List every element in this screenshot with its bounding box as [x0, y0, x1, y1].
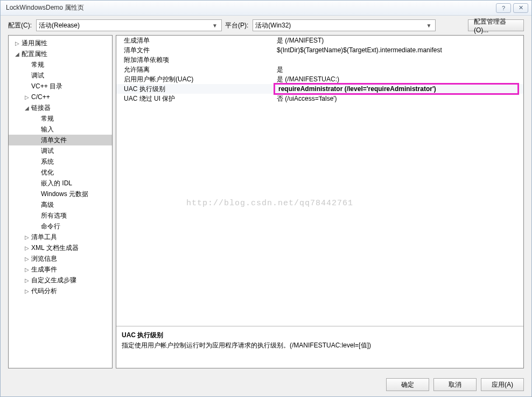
titlebar-buttons: ? ✕: [496, 3, 528, 13]
platform-label: 平台(P):: [225, 21, 248, 30]
tree-item[interactable]: 嵌入的 IDL: [9, 178, 112, 189]
tree-item[interactable]: ▷通用属性: [9, 38, 112, 48]
tree-item[interactable]: 常规: [9, 59, 112, 70]
cancel-button[interactable]: 取消: [433, 378, 477, 391]
tree-item[interactable]: ▷XML 文档生成器: [9, 242, 112, 253]
property-name: 清单文件: [116, 46, 274, 55]
tree-item[interactable]: 所有选项: [9, 210, 112, 221]
tree-item[interactable]: ▷浏览信息: [9, 253, 112, 264]
tree-item-label: 代码分析: [30, 287, 57, 296]
config-manager-button[interactable]: 配置管理器(O)...: [468, 19, 524, 31]
tree-item-label: 常规: [30, 60, 44, 69]
tree-item-label: 嵌入的 IDL: [40, 179, 72, 188]
tree-item[interactable]: 命令行: [9, 221, 112, 232]
description-panel: UAC 执行级别 指定使用用户帐户控制运行时为应用程序请求的执行级别。(/MAN…: [116, 326, 523, 368]
expand-icon[interactable]: ▷: [14, 40, 20, 46]
tree-item[interactable]: ▷代码分析: [9, 285, 112, 296]
tree-item[interactable]: VC++ 目录: [9, 81, 112, 92]
question-icon: ?: [502, 5, 505, 11]
property-value[interactable]: $(IntDir)$(TargetName)$(TargetExt).inter…: [274, 46, 523, 54]
tree-item-label: 配置属性: [20, 50, 47, 59]
property-row[interactable]: 允许隔离是: [116, 65, 523, 74]
expand-icon[interactable]: ▷: [24, 94, 30, 100]
main-area: ▷通用属性◢配置属性常规调试VC++ 目录▷C/C++◢链接器常规输入清单文件调…: [1, 35, 531, 373]
tree-item[interactable]: ▷生成事件: [9, 264, 112, 275]
tree-item-label: 调试: [30, 71, 44, 80]
watermark-text: http://blog.csdn.net/qq78442761: [186, 199, 353, 208]
tree-item[interactable]: ▷清单工具: [9, 232, 112, 242]
platform-combo-value: 活动(Win32): [255, 21, 424, 30]
expand-icon[interactable]: ▷: [24, 245, 30, 251]
property-row[interactable]: UAC 执行级别requireAdministrator (/level='re…: [116, 84, 523, 94]
right-panel: http://blog.csdn.net/qq78442761 生成清单是 (/…: [116, 35, 524, 368]
ok-button[interactable]: 确定: [386, 378, 429, 391]
property-name: 附加清单依赖项: [116, 55, 274, 65]
property-row[interactable]: 生成清单是 (/MANIFEST): [116, 36, 523, 45]
close-button[interactable]: ✕: [513, 3, 528, 13]
category-tree[interactable]: ▷通用属性◢配置属性常规调试VC++ 目录▷C/C++◢链接器常规输入清单文件调…: [8, 35, 113, 368]
expand-icon[interactable]: ▷: [24, 267, 30, 273]
help-button[interactable]: ?: [496, 3, 511, 13]
dialog-window: LockWindowsDemo 属性页 ? ✕ 配置(C): 活动(Releas…: [0, 0, 532, 397]
property-name: 允许隔离: [116, 65, 274, 74]
config-label: 配置(C):: [8, 21, 32, 30]
tree-item-label: 调试: [40, 147, 54, 156]
tree-item[interactable]: ◢链接器: [9, 102, 112, 113]
description-text: 指定使用用户帐户控制运行时为应用程序请求的执行级别。(/MANIFESTUAC:…: [122, 341, 518, 350]
property-grid[interactable]: http://blog.csdn.net/qq78442761 生成清单是 (/…: [116, 36, 523, 326]
property-row[interactable]: UAC 绕过 UI 保护否 (/uiAccess='false'): [116, 94, 523, 103]
tree-item-label: 通用属性: [20, 39, 47, 48]
footer: 确定 取消 应用(A): [1, 373, 531, 396]
expand-icon[interactable]: ▷: [24, 288, 30, 294]
property-row[interactable]: 清单文件$(IntDir)$(TargetName)$(TargetExt).i…: [116, 45, 523, 55]
description-title: UAC 执行级别: [122, 331, 518, 340]
config-combo[interactable]: 活动(Release) ▼: [36, 19, 222, 31]
tree-item-label: 高级: [40, 200, 54, 210]
platform-combo[interactable]: 活动(Win32) ▼: [253, 19, 436, 31]
property-value[interactable]: 是 (/MANIFESTUAC:): [274, 75, 523, 84]
tree-item[interactable]: 调试: [9, 70, 112, 81]
tree-item-label: C/C++: [30, 93, 50, 101]
expand-icon[interactable]: ▷: [24, 277, 30, 283]
tree-item[interactable]: 调试: [9, 145, 112, 156]
property-value[interactable]: requireAdministrator (/level='requireAdm…: [274, 83, 519, 95]
property-row[interactable]: 附加清单依赖项: [116, 55, 523, 65]
titlebar: LockWindowsDemo 属性页 ? ✕: [1, 1, 531, 16]
tree-item[interactable]: ▷自定义生成步骤: [9, 275, 112, 285]
collapse-icon[interactable]: ◢: [14, 51, 20, 57]
toolbar: 配置(C): 活动(Release) ▼ 平台(P): 活动(Win32) ▼ …: [1, 16, 531, 35]
tree-item[interactable]: ▷C/C++: [9, 92, 112, 102]
tree-item[interactable]: 清单文件: [9, 135, 112, 145]
expand-icon[interactable]: ▷: [24, 256, 30, 262]
tree-item-label: 链接器: [30, 103, 51, 113]
window-title: LockWindowsDemo 属性页: [4, 3, 496, 12]
tree-item-label: 所有选项: [40, 211, 67, 220]
chevron-down-icon: ▼: [424, 23, 433, 29]
tree-item-label: Windows 元数据: [40, 190, 88, 199]
property-name: 生成清单: [116, 36, 274, 45]
tree-item[interactable]: 系统: [9, 156, 112, 167]
property-value[interactable]: 否 (/uiAccess='false'): [274, 94, 523, 103]
tree-item[interactable]: 常规: [9, 113, 112, 124]
tree-item-label: 生成事件: [30, 265, 57, 274]
expand-icon[interactable]: ▷: [24, 234, 30, 240]
tree-item-label: VC++ 目录: [30, 82, 62, 91]
property-value[interactable]: 是 (/MANIFEST): [274, 36, 523, 45]
tree-item[interactable]: 输入: [9, 124, 112, 135]
apply-button[interactable]: 应用(A): [481, 378, 524, 391]
tree-item-label: 清单工具: [30, 233, 57, 242]
property-name: UAC 绕过 UI 保护: [116, 94, 274, 103]
collapse-icon[interactable]: ◢: [24, 105, 30, 111]
tree-item-label: 浏览信息: [30, 254, 57, 263]
tree-item[interactable]: 优化: [9, 167, 112, 178]
property-name: UAC 执行级别: [116, 85, 274, 94]
property-name: 启用用户帐户控制(UAC): [116, 75, 274, 84]
tree-item[interactable]: Windows 元数据: [9, 189, 112, 199]
tree-item-label: 自定义生成步骤: [30, 276, 76, 285]
config-combo-value: 活动(Release): [39, 21, 211, 30]
tree-item-label: 优化: [40, 168, 54, 177]
tree-item-label: 常规: [40, 114, 54, 123]
tree-item[interactable]: ◢配置属性: [9, 48, 112, 59]
tree-item[interactable]: 高级: [9, 199, 112, 210]
property-value[interactable]: 是: [274, 65, 523, 74]
